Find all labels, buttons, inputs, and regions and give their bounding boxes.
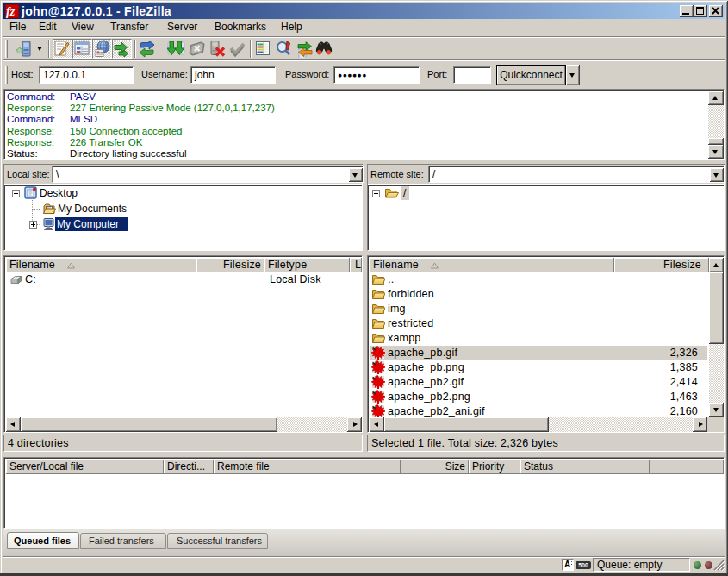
svg-text:fz: fz	[6, 5, 16, 18]
